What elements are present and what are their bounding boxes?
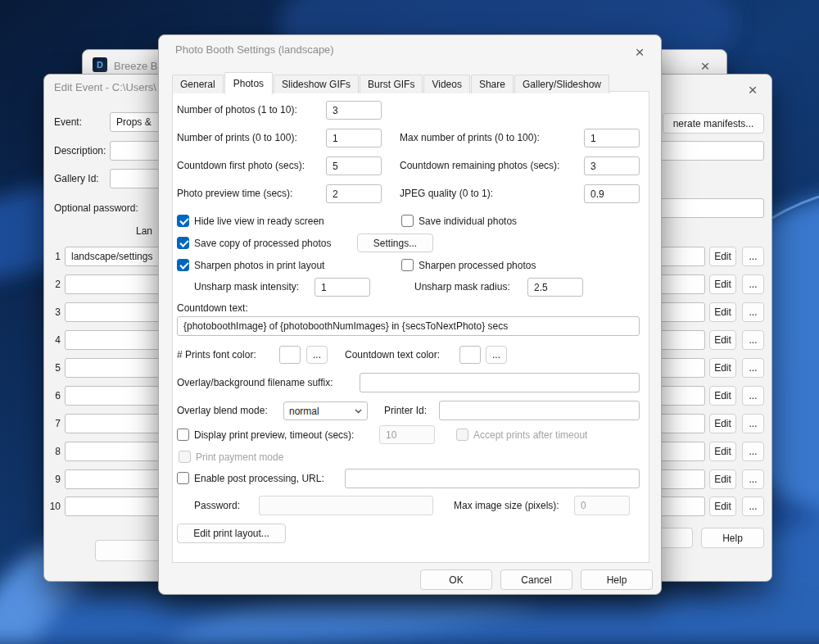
help-button[interactable]: Help xyxy=(581,569,653,590)
max-image-size-input: 0 xyxy=(574,496,630,515)
sharpen-processed-checkbox[interactable] xyxy=(401,259,414,271)
tab-gallery-slideshow[interactable]: Gallery/Slideshow xyxy=(514,75,609,93)
browse-button[interactable]: ... xyxy=(742,497,764,516)
row-number: 2 xyxy=(46,279,61,290)
browse-button[interactable]: ... xyxy=(742,358,764,378)
browse-button[interactable]: ... xyxy=(742,469,764,489)
unsharp-radius-input[interactable]: 2.5 xyxy=(527,278,583,297)
save-individual-checkbox[interactable] xyxy=(401,215,414,227)
post-processing-label: Enable post processing, URL: xyxy=(194,473,324,484)
browse-button[interactable]: ... xyxy=(742,414,764,433)
breeze-window-title: Breeze Bo xyxy=(114,60,164,72)
unsharp-intensity-input[interactable]: 1 xyxy=(314,278,370,297)
num-prints-input[interactable]: 1 xyxy=(326,129,382,147)
edit-button[interactable]: Edit xyxy=(709,247,736,266)
unsharp-radius-label: Unsharp mask radius: xyxy=(414,281,510,293)
description-label: Description: xyxy=(54,145,106,156)
save-copy-label: Save copy of processed photos xyxy=(194,238,331,249)
processed-settings-button[interactable]: Settings... xyxy=(357,234,433,252)
tab-slideshow-gifs[interactable]: Slideshow GIFs xyxy=(274,75,359,93)
num-prints-label: Number of prints (0 to 100): xyxy=(177,132,297,143)
overlay-blend-select[interactable]: normal xyxy=(283,401,368,420)
print-payment-checkbox xyxy=(179,451,191,463)
sharpen-print-label: Sharpen photos in print layout xyxy=(194,260,324,271)
browse-button[interactable]: ... xyxy=(742,330,764,350)
close-icon[interactable]: × xyxy=(694,57,717,75)
print-preview-timeout-input: 10 xyxy=(379,425,435,444)
edit-button[interactable]: Edit xyxy=(709,469,736,489)
jpeg-quality-label: JPEG quality (0 to 1): xyxy=(400,188,493,199)
row-number: 4 xyxy=(46,334,61,346)
settings-dialog-title[interactable]: Photo Booth Settings (landscape) xyxy=(175,43,334,56)
overlay-blend-value: normal xyxy=(289,406,319,417)
save-individual-label: Save individual photos xyxy=(419,215,517,227)
tab-photos[interactable]: Photos xyxy=(224,72,273,94)
row-number: 7 xyxy=(46,418,61,429)
help-button[interactable]: Help xyxy=(701,528,764,548)
prints-font-color-label: # Prints font color: xyxy=(177,349,256,361)
overlay-suffix-input[interactable] xyxy=(360,373,640,392)
print-payment-label: Print payment mode xyxy=(196,451,283,463)
sharpen-print-checkbox[interactable] xyxy=(177,259,189,271)
num-photos-input[interactable]: 3 xyxy=(326,101,382,120)
browse-button[interactable]: ... xyxy=(742,247,764,266)
num-photos-label: Number of photos (1 to 10): xyxy=(177,104,297,116)
countdown-remaining-label: Countdown remaining photos (secs): xyxy=(400,160,559,171)
hide-live-view-checkbox[interactable] xyxy=(177,215,189,227)
edit-button[interactable]: Edit xyxy=(709,497,736,516)
cancel-button[interactable]: Cancel xyxy=(500,569,572,590)
printer-id-input[interactable] xyxy=(439,401,640,420)
edit-button[interactable]: Edit xyxy=(709,330,736,350)
edit-button[interactable]: Edit xyxy=(709,442,736,461)
post-processing-url-input[interactable] xyxy=(345,469,640,488)
chevron-down-icon xyxy=(355,409,362,414)
close-icon[interactable]: × xyxy=(627,42,653,63)
edit-button[interactable]: Edit xyxy=(709,386,736,406)
browse-button[interactable]: ... xyxy=(742,442,764,461)
print-preview-checkbox[interactable] xyxy=(177,429,189,441)
browse-button[interactable]: ... xyxy=(742,386,764,406)
edit-button[interactable]: Edit xyxy=(709,302,736,322)
max-prints-input[interactable]: 1 xyxy=(584,129,640,147)
countdown-remaining-input[interactable]: 3 xyxy=(584,156,640,175)
edit-button[interactable]: Edit xyxy=(709,358,736,378)
optional-password-label: Optional password: xyxy=(54,202,138,214)
post-processing-checkbox[interactable] xyxy=(177,472,189,484)
ok-button[interactable]: OK xyxy=(420,569,492,590)
tab-videos[interactable]: Videos xyxy=(423,75,469,93)
jpeg-quality-input[interactable]: 0.9 xyxy=(584,184,640,203)
password-input xyxy=(259,496,433,515)
countdown-color-picker-button[interactable]: ... xyxy=(486,346,507,364)
unsharp-intensity-label: Unsharp mask intensity: xyxy=(194,281,299,293)
preview-time-input[interactable]: 2 xyxy=(326,184,382,203)
edit-event-title[interactable]: Edit Event - C:\Users\ xyxy=(54,81,156,93)
close-icon[interactable]: × xyxy=(740,79,765,101)
column-header: Lan xyxy=(136,225,152,237)
generate-manifests-button[interactable]: nerate manifests... xyxy=(663,113,764,134)
tab-general[interactable]: General xyxy=(172,75,224,93)
countdown-color-label: Countdown text color: xyxy=(345,349,440,361)
row-number: 10 xyxy=(46,501,61,512)
accept-prints-checkbox xyxy=(456,429,468,441)
edit-print-layout-button[interactable]: Edit print layout... xyxy=(177,524,286,543)
tab-burst-gifs[interactable]: Burst GIFs xyxy=(360,75,423,93)
tab-share[interactable]: Share xyxy=(471,75,514,93)
password-label: Password: xyxy=(194,500,240,511)
gallery-id-label: Gallery Id: xyxy=(54,173,99,184)
save-copy-checkbox[interactable] xyxy=(177,237,189,249)
row-number: 6 xyxy=(46,390,61,401)
edit-button[interactable]: Edit xyxy=(709,274,736,294)
max-prints-label: Max number of prints (0 to 100): xyxy=(400,132,540,143)
accept-prints-label: Accept prints after timeout xyxy=(473,429,587,441)
overlay-blend-label: Overlay blend mode: xyxy=(177,405,268,416)
row-number: 8 xyxy=(46,446,61,457)
desktop: D Breeze Bo × Edit Event - C:\Users\ × n… xyxy=(0,0,819,644)
photo-booth-settings-dialog: Photo Booth Settings (landscape) × Gener… xyxy=(158,34,662,595)
browse-button[interactable]: ... xyxy=(742,302,764,322)
prints-font-color-picker-button[interactable]: ... xyxy=(306,346,328,364)
edit-button[interactable]: Edit xyxy=(709,414,736,433)
browse-button[interactable]: ... xyxy=(742,274,764,294)
countdown-text-input[interactable]: {photoboothImage} of {photoboothNumImage… xyxy=(177,316,640,336)
countdown-first-input[interactable]: 5 xyxy=(326,156,382,175)
row-number: 5 xyxy=(46,362,61,374)
